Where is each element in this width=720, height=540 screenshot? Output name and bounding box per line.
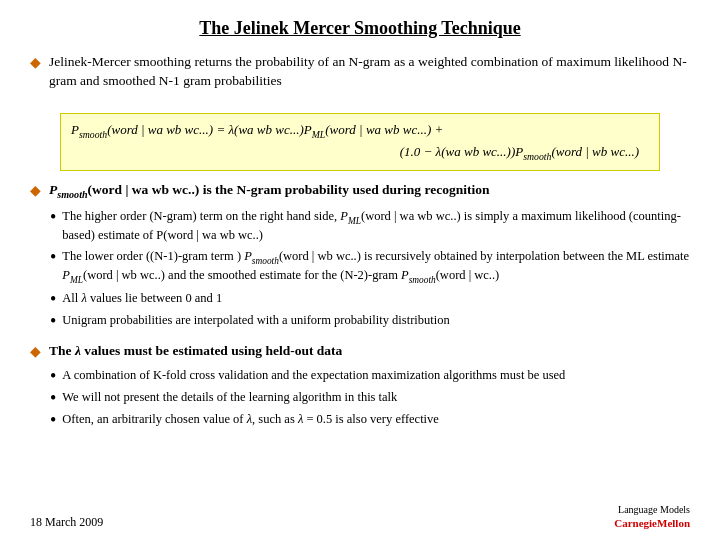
sub-text-3-3: Often, an arbitrarily chosen value of λ,… xyxy=(62,411,439,428)
sub-text-3-1: A combination of K-fold cross validation… xyxy=(62,367,565,384)
sub-dot-3-3: • xyxy=(50,411,56,429)
sub-dot-3-1: • xyxy=(50,367,56,385)
bullet-text-2: Psmooth(word | wa wb wc..) is the N-gram… xyxy=(49,181,489,202)
bullet-diamond-1: ◆ xyxy=(30,54,41,71)
sub-bullet-2-2: • The lower order ((N-1)-gram term ) Psm… xyxy=(50,248,690,286)
sub-dot-2-2: • xyxy=(50,248,56,266)
bullet-diamond-2: ◆ xyxy=(30,182,41,199)
footer-cmu: CarnegieMellon xyxy=(614,516,690,530)
sub-text-2-2: The lower order ((N-1)-gram term ) Psmoo… xyxy=(62,248,690,286)
formula-line-1: Psmooth(word | wa wb wc...) = λ(wa wb wc… xyxy=(71,120,649,142)
bullet-diamond-3: ◆ xyxy=(30,343,41,360)
slide-title: The Jelinek Mercer Smoothing Technique xyxy=(30,18,690,39)
psmooth-label: Psmooth xyxy=(49,182,88,197)
sub-bullet-3-2: • We will not present the details of the… xyxy=(50,389,690,407)
formula-box: Psmooth(word | wa wb wc...) = λ(wa wb wc… xyxy=(60,113,660,171)
sub-bullet-2-1: • The higher order (N-gram) term on the … xyxy=(50,208,690,244)
bullet-text-3: The λ values must be estimated using hel… xyxy=(49,342,342,361)
footer-language-models: Language Models xyxy=(614,503,690,516)
bullet-section-1: ◆ Jelinek-Mercer smoothing returns the p… xyxy=(30,53,690,97)
footer-date: 18 March 2009 xyxy=(30,515,103,530)
formula-line-2: (1.0 − λ(wa wb wc...))Psmooth(word | wb … xyxy=(71,142,639,164)
sub-bullets-3: • A combination of K-fold cross validati… xyxy=(50,367,690,429)
sub-dot-2-1: • xyxy=(50,208,56,226)
sub-bullet-3-3: • Often, an arbitrarily chosen value of … xyxy=(50,411,690,429)
sub-dot-3-2: • xyxy=(50,389,56,407)
sub-text-2-4: Unigram probabilities are interpolated w… xyxy=(62,312,449,329)
sub-text-3-2: We will not present the details of the l… xyxy=(62,389,397,406)
bullet-main-3: ◆ The λ values must be estimated using h… xyxy=(30,342,690,361)
bullet-main-2: ◆ Psmooth(word | wa wb wc..) is the N-gr… xyxy=(30,181,690,202)
bullet-section-3: ◆ The λ values must be estimated using h… xyxy=(30,342,690,433)
footer-logo: Language Models CarnegieMellon xyxy=(614,503,690,530)
sub-dot-2-3: • xyxy=(50,290,56,308)
sub-dot-2-4: • xyxy=(50,312,56,330)
bullet-section-2: ◆ Psmooth(word | wa wb wc..) is the N-gr… xyxy=(30,181,690,334)
sub-bullet-3-1: • A combination of K-fold cross validati… xyxy=(50,367,690,385)
sub-text-2-3: All λ values lie between 0 and 1 xyxy=(62,290,222,307)
slide-container: The Jelinek Mercer Smoothing Technique ◆… xyxy=(0,0,720,540)
bullet-main-1: ◆ Jelinek-Mercer smoothing returns the p… xyxy=(30,53,690,91)
sub-bullets-2: • The higher order (N-gram) term on the … xyxy=(50,208,690,330)
sub-bullet-2-3: • All λ values lie between 0 and 1 xyxy=(50,290,690,308)
footer: 18 March 2009 Language Models CarnegieMe… xyxy=(30,503,690,530)
bullet-text-1: Jelinek-Mercer smoothing returns the pro… xyxy=(49,53,690,91)
sub-text-2-1: The higher order (N-gram) term on the ri… xyxy=(62,208,690,244)
sub-bullet-2-4: • Unigram probabilities are interpolated… xyxy=(50,312,690,330)
